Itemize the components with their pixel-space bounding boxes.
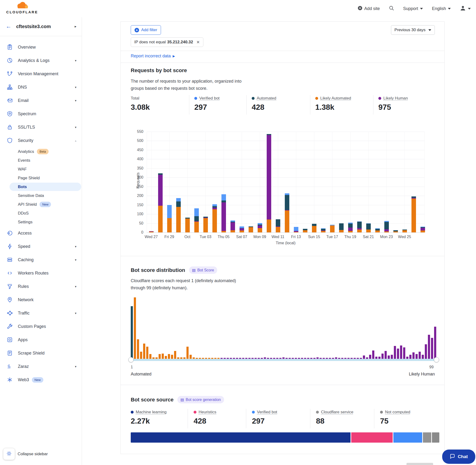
- sidebar-item-security[interactable]: Security▴: [0, 134, 82, 147]
- hist-bar-score-89[interactable]: [403, 347, 405, 360]
- stat-label[interactable]: Verified bot: [199, 96, 220, 101]
- time-range-select[interactable]: Previous 30 days: [391, 25, 435, 35]
- sidebar-item-ddos[interactable]: DDoS: [0, 209, 82, 218]
- stat-label[interactable]: Likely Automated: [320, 96, 351, 101]
- sidebar-item-zaraz[interactable]: Zaraz▾: [0, 360, 82, 373]
- source-segment-verified-bot[interactable]: [393, 432, 422, 443]
- sidebar-item-apps[interactable]: Apps: [0, 333, 82, 346]
- sidebar-item-scrape-shield[interactable]: Scrape Shield: [0, 346, 82, 360]
- bar-day-5[interactable]: [185, 218, 190, 232]
- sidebar-item-settings[interactable]: Settings: [0, 218, 82, 226]
- bar-day-1[interactable]: [149, 231, 154, 232]
- bar-day-28[interactable]: [393, 230, 398, 232]
- sidebar-item-workers-routes[interactable]: Workers Routes: [0, 266, 82, 280]
- bar-day-21[interactable]: [330, 225, 335, 232]
- stat-label[interactable]: Heuristics: [199, 410, 216, 414]
- sidebar-item-api-shield[interactable]: API ShieldNew: [0, 200, 82, 209]
- bot-score-histogram[interactable]: [131, 297, 436, 360]
- bar-day-17[interactable]: [294, 227, 298, 232]
- sidebar-item-page-shield[interactable]: Page Shield: [0, 174, 82, 182]
- account-menu[interactable]: [460, 5, 471, 12]
- bar-day-25[interactable]: [366, 223, 371, 232]
- hist-bar-score-94[interactable]: [419, 352, 421, 360]
- hist-bar-score-98[interactable]: [431, 338, 433, 360]
- sidebar-item-custom-pages[interactable]: Custom Pages: [0, 320, 82, 333]
- hist-bar-score-83[interactable]: [385, 351, 387, 360]
- sidebar-item-network[interactable]: Network: [0, 293, 82, 306]
- hist-bar-score-1[interactable]: [131, 306, 133, 360]
- sidebar-item-web3[interactable]: Web3New: [0, 373, 82, 386]
- sidebar-item-access[interactable]: Access: [0, 226, 82, 240]
- source-segment-machine-learning[interactable]: [131, 432, 350, 443]
- sidebar-item-speed[interactable]: Speed▾: [0, 240, 82, 253]
- sidebar-item-version-management[interactable]: Version Management: [0, 67, 82, 81]
- sidebar-item-rules[interactable]: Rules▾: [0, 280, 82, 293]
- bar-day-15[interactable]: [276, 219, 280, 232]
- source-segment-heuristics[interactable]: [351, 432, 393, 443]
- bar-day-24[interactable]: [357, 222, 362, 232]
- stat-label[interactable]: Not computed: [385, 410, 410, 414]
- sidebar-item-sensitive-data[interactable]: Sensitive Data: [0, 191, 82, 200]
- bar-day-18[interactable]: [303, 229, 307, 232]
- bar-day-4[interactable]: [176, 198, 181, 232]
- sidebar-item-overview[interactable]: Overview: [0, 41, 82, 54]
- bar-day-11[interactable]: [240, 226, 244, 232]
- sidebar-item-bots[interactable]: Bots: [0, 182, 82, 191]
- sidebar-item-waf[interactable]: WAF: [0, 165, 82, 174]
- search-button[interactable]: [389, 5, 394, 12]
- bar-day-19[interactable]: [312, 224, 317, 232]
- slider-handle-min[interactable]: [128, 357, 134, 362]
- sidebar-item-analytics[interactable]: AnalyticsBeta: [0, 147, 82, 156]
- add-filter-button[interactable]: + Add filter: [131, 25, 161, 35]
- stat-label[interactable]: Machine learning: [136, 410, 167, 414]
- bar-day-26[interactable]: [375, 228, 380, 232]
- report-incorrect-data-link[interactable]: Report incorrect data ▶: [131, 53, 175, 59]
- sidebar-item-dns[interactable]: DNS▾: [0, 81, 82, 94]
- cloudflare-logo[interactable]: CLOUDFLARE: [4, 1, 40, 14]
- language-menu[interactable]: English: [432, 6, 451, 11]
- sidebar-item-spectrum[interactable]: Spectrum: [0, 107, 82, 120]
- bar-day-31[interactable]: [421, 227, 425, 232]
- support-menu[interactable]: Support: [403, 6, 423, 11]
- bar-day-22[interactable]: [339, 223, 344, 232]
- bar-day-3[interactable]: [167, 205, 172, 232]
- sidebar-item-events[interactable]: Events: [0, 156, 82, 165]
- hist-bar-score-19[interactable]: [186, 347, 189, 360]
- collapse-sidebar-label[interactable]: Collapse sidebar: [18, 452, 48, 456]
- back-arrow-icon[interactable]: ←: [6, 23, 11, 30]
- hist-bar-score-79[interactable]: [372, 350, 374, 360]
- bar-day-29[interactable]: [402, 230, 407, 232]
- hist-bar-score-88[interactable]: [400, 346, 402, 360]
- hist-bar-score-15[interactable]: [174, 351, 176, 360]
- settings-button[interactable]: [3, 448, 15, 460]
- chevron-right-icon[interactable]: ▸: [74, 24, 76, 29]
- hist-bar-score-3[interactable]: [137, 339, 139, 360]
- bot-score-generation-badge[interactable]: ▤ Bot score generation: [177, 396, 224, 403]
- bar-day-20[interactable]: [321, 228, 326, 232]
- stat-label[interactable]: Likely Human: [383, 96, 408, 101]
- hist-bar-score-87[interactable]: [397, 349, 399, 360]
- source-segment-not-computed[interactable]: [432, 432, 439, 443]
- requests-bar-chart[interactable]: Requests Time (local) 050100150200250300…: [147, 132, 424, 232]
- bar-day-6[interactable]: [194, 208, 199, 232]
- add-site-button[interactable]: Add site: [358, 6, 380, 12]
- slider-handle-max[interactable]: [434, 357, 439, 362]
- bar-day-16[interactable]: [285, 193, 289, 232]
- close-icon[interactable]: ✕: [196, 40, 200, 45]
- sidebar-item-analytics-logs[interactable]: Analytics & Logs▾: [0, 54, 82, 67]
- filter-chip[interactable]: IP does not equal 35.212.240.32 ✕: [131, 37, 203, 47]
- stat-label[interactable]: Cloudflare service: [321, 410, 353, 414]
- bar-day-2[interactable]: [158, 173, 163, 232]
- source-segment-cloudflare-service[interactable]: [423, 432, 432, 443]
- stat-label[interactable]: Verified bot: [257, 410, 277, 414]
- bar-day-30[interactable]: [412, 196, 416, 232]
- bar-day-27[interactable]: [384, 221, 389, 232]
- hist-bar-score-97[interactable]: [428, 335, 430, 360]
- sidebar-item-caching[interactable]: Caching▾: [0, 253, 82, 266]
- hist-bar-score-6[interactable]: [146, 347, 148, 360]
- hist-bar-score-4[interactable]: [140, 352, 142, 360]
- bar-day-7[interactable]: [203, 217, 208, 232]
- bar-day-13[interactable]: [258, 223, 262, 232]
- chat-button[interactable]: Chat: [442, 450, 475, 464]
- bar-day-12[interactable]: [249, 226, 253, 232]
